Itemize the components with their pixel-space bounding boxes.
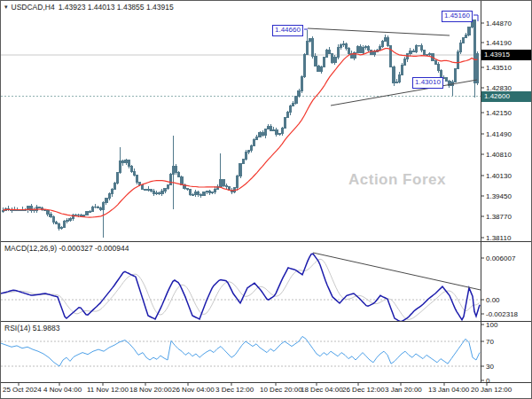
ohlc-quote-label: 1.43923 1.44013 1.43855 1.43915 (59, 3, 174, 12)
price-axis[interactable]: 1.448701.441901.435101.428301.421501.414… (481, 20, 519, 385)
candle-body (473, 20, 475, 82)
time-axis-label: 26 Nov 04:00 (172, 386, 215, 394)
candle-body (189, 190, 191, 195)
candle-body (334, 57, 336, 62)
chart-canvas[interactable]: 1.448701.441901.435101.428301.421501.414… (1, 1, 532, 399)
candle-body (195, 192, 197, 195)
candle-body (348, 49, 350, 54)
candle-body (398, 74, 400, 82)
candle-body (108, 194, 110, 199)
macd-trendline[interactable] (313, 253, 481, 290)
candle-body (329, 50, 331, 53)
candle-body (476, 53, 478, 82)
macd-signal-line (1, 259, 480, 319)
candle-body (454, 68, 456, 82)
candle-body (301, 77, 302, 91)
candle-body (200, 194, 202, 195)
candle-body (306, 42, 308, 55)
candle-body (303, 54, 305, 76)
candle-body (159, 192, 160, 193)
candle-body (426, 54, 428, 55)
time-axis[interactable]: 25 Oct 20244 Nov 04:0011 Nov 12:0018 Nov… (3, 383, 512, 394)
candle-body (164, 189, 166, 192)
candle-body (463, 37, 465, 43)
candle-body (208, 192, 210, 192)
candle-body (415, 46, 417, 51)
candle-body (412, 51, 414, 51)
candle-body (312, 39, 314, 56)
macd-indicator-label: MACD(12,26,9) -0.000327 -0.000944 (4, 244, 129, 253)
candle-body (325, 50, 327, 57)
candle-body (206, 192, 207, 192)
candle-body (295, 97, 297, 104)
candle-body (381, 41, 383, 46)
candle-body (239, 163, 241, 176)
candle-body (69, 218, 71, 221)
candle-body (145, 190, 146, 191)
candle-body (156, 192, 158, 193)
candle-body (337, 47, 339, 57)
price-axis-label: 1.38770 (486, 213, 512, 221)
candle-body (345, 43, 347, 48)
chevron-down-icon[interactable]: ▾ (4, 4, 8, 11)
candle-body (225, 185, 227, 187)
price-axis-label: 1.44870 (486, 20, 512, 27)
candle-body (64, 222, 66, 228)
candle-body (142, 185, 144, 190)
candle-body (317, 66, 319, 72)
candle-body (122, 160, 124, 163)
price-panel (1, 14, 481, 238)
symbol-timeframe-label: USDCAD,H4 (12, 3, 55, 12)
price-axis-label: 1.41490 (486, 130, 512, 138)
time-axis-label: 3 Dec 12:00 (215, 386, 254, 394)
price-axis-label: -0.002318 (486, 310, 519, 318)
trading-chart-window: ▾ USDCAD,H4 1.43923 1.44013 1.43855 1.43… (0, 0, 532, 399)
candle-body (395, 82, 397, 83)
candle-body (278, 133, 280, 134)
candle-body (429, 53, 431, 54)
candle-body (106, 199, 107, 203)
candle-body (424, 51, 426, 54)
candle-body (111, 190, 113, 194)
candle-body (256, 137, 258, 139)
candle-body (254, 139, 255, 145)
candle-body (373, 52, 375, 54)
candle-body (359, 46, 361, 52)
candle-body (77, 215, 79, 215)
support-price-tag[interactable]: 1.43010 (412, 77, 443, 89)
time-axis-label: 26 Dec 12:00 (342, 386, 385, 394)
macd-name: MACD(12,26,9) (4, 244, 57, 253)
candle-body (176, 166, 177, 173)
candle-body (242, 160, 244, 163)
candle-body (61, 227, 63, 228)
ascending-trendline[interactable] (331, 80, 477, 106)
resistance-price-tag[interactable]: 1.44660 (272, 25, 303, 36)
price-axis-label: 1.40130 (486, 172, 512, 180)
rsi-panel (1, 336, 481, 366)
candle-body (237, 176, 239, 188)
candle-body (150, 189, 152, 192)
candle-body (97, 207, 98, 207)
descending-trendline[interactable] (308, 28, 450, 35)
candle-body (161, 192, 163, 193)
price-axis-label: 1.38110 (486, 234, 512, 242)
candle-body (33, 210, 35, 211)
candle-body (298, 91, 300, 97)
candle-body (153, 192, 154, 193)
candle-body (167, 184, 168, 188)
candle-body (342, 43, 344, 44)
candle-body (66, 221, 68, 222)
candle-body (192, 195, 193, 196)
candle-body (116, 172, 118, 183)
candle-body (393, 66, 395, 83)
price-axis-label: 1.42150 (486, 109, 512, 117)
candle-body (362, 48, 364, 53)
candle-body (50, 215, 51, 217)
candle-body (309, 39, 311, 42)
candle-body (172, 166, 174, 174)
price-axis-label: 0.006007 (486, 254, 516, 262)
current-price-badge: 1.43915 (481, 50, 532, 60)
candle-body (273, 129, 275, 130)
spike-high-price-tag[interactable]: 1.45160 (442, 11, 473, 22)
candle-body (100, 207, 102, 209)
